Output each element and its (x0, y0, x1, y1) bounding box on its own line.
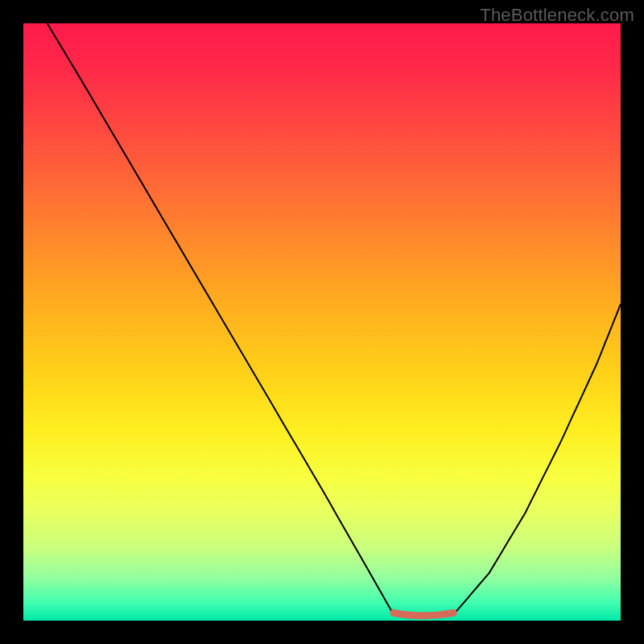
chart-svg (23, 23, 621, 621)
left-curve (47, 23, 394, 615)
optimal-band-marker (394, 613, 453, 616)
watermark-text: TheBottleneck.com (480, 5, 634, 26)
right-curve (453, 304, 621, 615)
chart-plot-area (23, 23, 621, 621)
